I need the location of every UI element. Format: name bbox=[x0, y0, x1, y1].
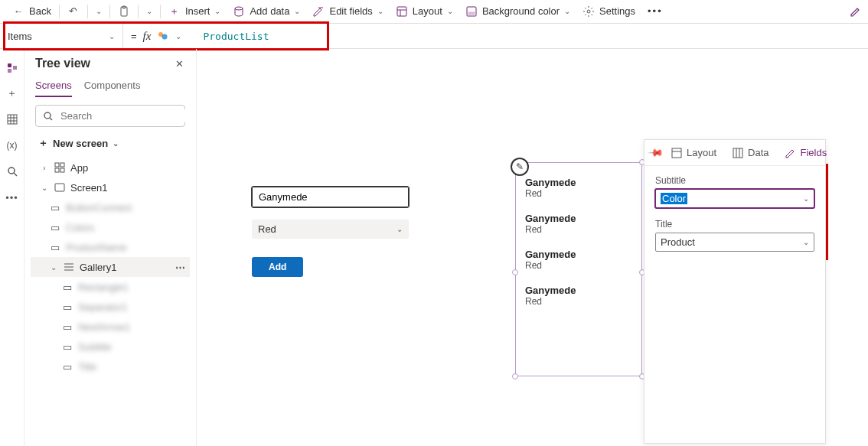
undo-chevron[interactable]: ⌄ bbox=[90, 0, 108, 22]
node-label: Rectangle1 bbox=[78, 282, 129, 293]
control-icon: ▭ bbox=[61, 301, 73, 313]
field-select-subtitle[interactable]: Color ⌄ bbox=[655, 189, 814, 208]
paste-button[interactable] bbox=[112, 0, 136, 22]
svg-rect-25 bbox=[55, 168, 59, 172]
svg-rect-11 bbox=[8, 63, 11, 67]
variables-rail-icon[interactable]: (x) bbox=[6, 139, 18, 151]
gallery-item[interactable]: Ganymede Red bbox=[516, 241, 641, 277]
bgcolor-button[interactable]: Background color ⌄ bbox=[459, 0, 576, 22]
plus-icon: ＋ bbox=[38, 136, 48, 150]
chevron-down-icon: ⌄ bbox=[803, 238, 809, 246]
resize-handle[interactable] bbox=[512, 269, 518, 275]
clipboard-icon bbox=[118, 5, 130, 18]
main-area: ＋ (x) ••• Tree view ✕ Screens Components… bbox=[0, 49, 868, 446]
gallery-control[interactable]: ✎ Ganymede Red Ganymede Red Ganymede Red… bbox=[515, 162, 642, 376]
more-button[interactable]: ••• bbox=[641, 0, 669, 22]
chevron-down-icon: ⌄ bbox=[214, 7, 220, 15]
data-icon bbox=[233, 5, 245, 18]
node-label: App bbox=[70, 162, 88, 174]
gallery-title: Ganymede bbox=[525, 177, 632, 188]
tree-node[interactable]: ▭ButtonConnect bbox=[31, 197, 190, 217]
edit-pencil-icon[interactable] bbox=[850, 5, 862, 18]
more-rail-icon[interactable]: ••• bbox=[6, 191, 18, 203]
add-button[interactable]: Add bbox=[252, 257, 303, 277]
svg-point-19 bbox=[8, 168, 15, 174]
new-screen-button[interactable]: ＋ New screen ⌄ bbox=[31, 133, 190, 153]
chevron-down-icon: ⌄ bbox=[447, 7, 453, 15]
chevron-down-icon: ⌄ bbox=[40, 184, 49, 192]
svg-rect-24 bbox=[60, 163, 64, 167]
tree-view-icon[interactable] bbox=[6, 61, 18, 73]
panel-tabs: 📌 Layout Data Fields bbox=[644, 140, 825, 166]
insert-button[interactable]: ＋ Insert ⌄ bbox=[162, 0, 227, 22]
tree-title: Tree view bbox=[35, 57, 90, 70]
field-select-title[interactable]: Product ⌄ bbox=[655, 233, 814, 252]
undo-icon: ↶ bbox=[67, 5, 80, 18]
data-rail-icon[interactable] bbox=[6, 113, 18, 125]
gallery-item[interactable]: Ganymede Red bbox=[516, 163, 641, 205]
tree-node[interactable]: ▭Rectangle1 bbox=[31, 277, 190, 297]
tree-node[interactable]: ▭ProductName bbox=[31, 237, 190, 257]
add-data-button[interactable]: Add data ⌄ bbox=[227, 0, 306, 22]
node-label: Separator1 bbox=[78, 301, 127, 313]
field-label-title: Title bbox=[655, 219, 814, 230]
tree-node-screen1[interactable]: ⌄Screen1 bbox=[31, 177, 190, 197]
canvas[interactable]: Red ⌄ Add ✎ Ganymede Red Ganymede Red bbox=[197, 49, 868, 446]
node-label: Colors bbox=[66, 222, 95, 233]
node-label: Screen1 bbox=[70, 182, 107, 194]
tree-node[interactable]: ▭Colors bbox=[31, 217, 190, 237]
pin-icon[interactable]: 📌 bbox=[647, 144, 664, 161]
node-label: Gallery1 bbox=[80, 262, 116, 273]
paste-chevron[interactable]: ⌄ bbox=[140, 0, 158, 22]
text-input-product[interactable] bbox=[252, 187, 409, 207]
add-data-label: Add data bbox=[250, 5, 289, 17]
data-icon bbox=[732, 147, 744, 159]
node-label: NextArrow1 bbox=[78, 321, 130, 333]
gallery-body: Ganymede Red Ganymede Red Ganymede Red G… bbox=[515, 162, 642, 376]
gallery-subtitle: Red bbox=[525, 296, 632, 307]
tab-components[interactable]: Components bbox=[84, 80, 141, 97]
layout-button[interactable]: Layout ⌄ bbox=[390, 0, 459, 22]
back-button[interactable]: ← Back bbox=[6, 0, 57, 22]
tree-node[interactable]: ▭NextArrow1 bbox=[31, 317, 190, 337]
tree-node[interactable]: ▭Title bbox=[31, 356, 190, 376]
control-icon: ▭ bbox=[61, 321, 73, 333]
gallery-item[interactable]: Ganymede Red bbox=[516, 205, 641, 241]
field-value: Color bbox=[661, 193, 687, 204]
search-rail-icon[interactable] bbox=[6, 165, 18, 177]
edit-fields-button[interactable]: Edit fields ⌄ bbox=[306, 0, 389, 22]
panel-tab-layout[interactable]: Layout bbox=[664, 140, 723, 165]
settings-button[interactable]: Settings bbox=[576, 0, 641, 22]
tree-node-gallery1[interactable]: ⌄Gallery1⋯ bbox=[31, 257, 190, 277]
dropdown-value: Red bbox=[258, 223, 276, 235]
dropdown-color[interactable]: Red ⌄ bbox=[252, 220, 409, 239]
tree-node[interactable]: ▭Separator1 bbox=[31, 297, 190, 317]
panel-tab-fields[interactable]: Fields bbox=[778, 140, 834, 165]
edit-template-icon[interactable]: ✎ bbox=[511, 158, 529, 176]
control-icon: ▭ bbox=[61, 360, 73, 373]
tab-screens[interactable]: Screens bbox=[35, 80, 72, 97]
tree-node[interactable]: ▭Subtitle bbox=[31, 337, 190, 356]
insert-rail-icon[interactable]: ＋ bbox=[6, 87, 18, 99]
chevron-down-icon: ⌄ bbox=[803, 194, 809, 203]
screen-icon bbox=[54, 181, 66, 194]
close-icon[interactable]: ✕ bbox=[173, 57, 185, 70]
node-more-icon[interactable]: ⋯ bbox=[175, 262, 187, 273]
app-icon bbox=[54, 161, 66, 174]
tree-node-app[interactable]: ›App bbox=[31, 158, 190, 177]
panel-body: Subtitle Color ⌄ Title Product ⌄ bbox=[644, 166, 825, 282]
control-icon: ▭ bbox=[49, 221, 61, 233]
gallery-item[interactable]: Ganymede Red bbox=[516, 277, 641, 313]
tab-label: Data bbox=[748, 147, 768, 158]
chevron-right-icon: › bbox=[40, 164, 49, 172]
bgcolor-label: Background color bbox=[482, 5, 560, 17]
panel-tab-data[interactable]: Data bbox=[726, 140, 775, 165]
tree-search[interactable] bbox=[35, 105, 185, 127]
svg-rect-12 bbox=[8, 69, 11, 73]
svg-rect-27 bbox=[55, 184, 64, 191]
resize-handle[interactable] bbox=[512, 373, 518, 379]
search-input[interactable] bbox=[59, 109, 191, 122]
node-label: ProductName bbox=[66, 242, 126, 253]
tab-label: Layout bbox=[687, 147, 716, 158]
undo-button[interactable]: ↶ bbox=[61, 0, 86, 22]
